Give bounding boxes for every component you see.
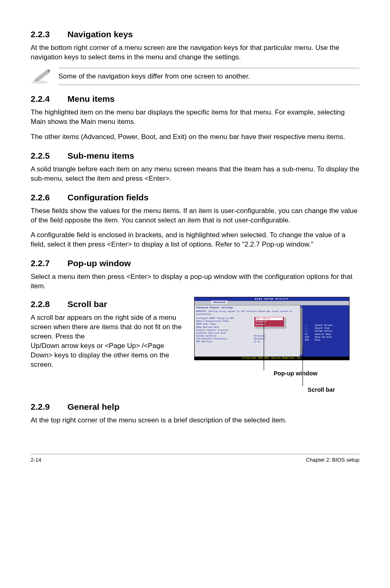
para-223-1: At the bottom right corner of a menu scr… (31, 43, 359, 62)
heading-title: Sub-menu items (67, 151, 134, 160)
heading-num: 2.2.3 (31, 29, 67, 39)
heading-num: 2.2.4 (31, 94, 67, 104)
bios-popup: Auto [Auto] Disabled Enabled (254, 316, 285, 327)
bios-main-area: Advanced Chipset settings WARNING: Setti… (195, 305, 349, 357)
bios-warning: WARNING: Setting wrong values in the sec… (196, 310, 301, 316)
callout-popup-label: Pop-up window (232, 370, 359, 377)
heading-224: 2.2.4Menu items (31, 94, 359, 104)
bios-row: Spread Spectrum[Enabled] (196, 334, 301, 337)
para-224-2: The other items (Advanced, Power, Boot, … (31, 132, 359, 142)
page-footer: 2-14 Chapter 2: BIOS setup (31, 454, 359, 463)
popup-option: Auto [Auto] (256, 317, 283, 320)
heading-title: Configuration fields (67, 193, 148, 202)
pencil-note-icon (31, 68, 51, 85)
para-227-1: Select a menu item then press <Enter> to… (31, 272, 359, 291)
bios-row: Configure DRAM Timing by SPD[Enabled] (196, 317, 301, 320)
bios-row: DRAM Idle Timer (196, 323, 301, 325)
callout-scrollbar-label: Scroll bar (283, 386, 359, 393)
bios-help-row: ←→Select Screen (305, 324, 347, 327)
bios-tab-row: Advanced (195, 301, 349, 305)
heading-num: 2.2.8 (31, 299, 67, 309)
bios-help-row: F10Save and Exit (305, 336, 347, 339)
para-228-1b: Up/Down arrow keys or <Page Up> /<Page D… (31, 341, 186, 370)
heading-229: 2.2.9General help (31, 402, 359, 412)
heading-228: 2.2.8Scroll bar (31, 299, 186, 309)
heading-223: 2.2.3Navigation keys (31, 29, 359, 39)
bios-help-row: F1General Help (305, 333, 347, 336)
heading-title: Scroll bar (67, 299, 107, 309)
popup-option: Disabled (256, 320, 283, 323)
heading-title: General help (67, 402, 119, 411)
bios-row: ICH Delayed Transaction[Enabled] (196, 337, 301, 340)
bios-tab-advanced: Advanced (211, 301, 228, 304)
bios-left-panel: Advanced Chipset settings WARNING: Setti… (195, 305, 303, 357)
heading-num: 2.2.7 (31, 258, 67, 268)
heading-num: 2.2.5 (31, 151, 67, 161)
callout-line (264, 321, 264, 370)
para-224-1: The highlighted item on the menu bar dis… (31, 108, 359, 127)
heading-num: 2.2.6 (31, 193, 67, 202)
heading-227: 2.2.7Pop-up window (31, 258, 359, 268)
bios-section-title: Advanced Chipset settings (196, 306, 301, 309)
callout-line (303, 346, 303, 386)
bios-row: DRAm Refresh Rate (196, 326, 301, 329)
bios-row: MPS Revision[1.4] (196, 340, 301, 343)
bios-help-row: ↑↓Select Item (305, 327, 347, 330)
bios-row: Graphics Aperture Size (196, 332, 301, 334)
para-226-2: A configurable field is enclosed in brac… (31, 231, 359, 249)
para-226-1: These fields show the values for the men… (31, 206, 359, 225)
footer-chapter: Chapter 2: BIOS setup (306, 457, 359, 463)
heading-num: 2.2.9 (31, 402, 67, 412)
footer-page-number: 2-14 (31, 457, 41, 463)
bios-screenshot: BIOS SETUP UTILITY Advanced Advanced Chi… (194, 297, 350, 360)
para-225-1: A solid triangle before each item on any… (31, 165, 359, 184)
heading-title: Menu items (67, 94, 115, 103)
heading-226: 2.2.6Configuration fields (31, 193, 359, 202)
svg-point-0 (31, 81, 48, 84)
heading-title: Navigation keys (67, 29, 133, 39)
bios-row: Graphic Adapter Priority (196, 329, 301, 332)
bios-row: Memory Acceleration Mode[Auto] (196, 320, 301, 323)
heading-title: Pop-up window (67, 258, 131, 268)
bios-help-row: ESCExit (305, 339, 347, 341)
bios-help-row: +-Change Option (305, 330, 347, 332)
bios-help-panel: ←→Select Screen ↑↓Select Item +-Change O… (303, 305, 349, 357)
para-229-1: At the top right corner of the menu scre… (31, 416, 359, 425)
note-text: Some of the navigation keys differ from … (58, 68, 359, 85)
popup-option: Enabled (256, 323, 283, 326)
note-block: Some of the navigation keys differ from … (31, 68, 359, 85)
svg-marker-1 (34, 70, 49, 81)
bios-footer: (C)Copyright 1985-2002, American Megatre… (195, 357, 349, 360)
para-228-1: A scroll bar appears on the right side o… (31, 313, 186, 341)
heading-225: 2.2.5Sub-menu items (31, 151, 359, 161)
